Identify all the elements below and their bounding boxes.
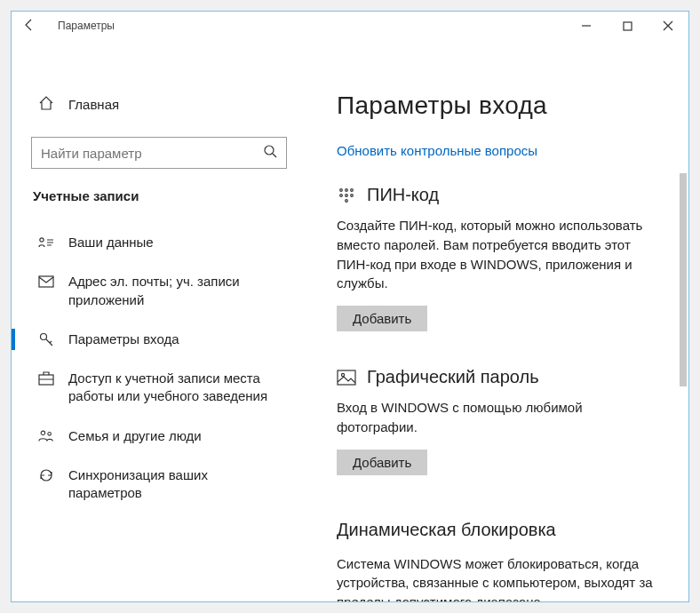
sidebar-item-your-info[interactable]: Ваши данные bbox=[31, 223, 287, 262]
svg-point-7 bbox=[48, 432, 52, 435]
scrollbar-thumb[interactable] bbox=[680, 173, 687, 386]
minimize-button[interactable] bbox=[566, 12, 607, 40]
sidebar-item-label: Адрес эл. почты; уч. записи приложений bbox=[68, 273, 280, 309]
content: Главная Учетные записи Ваши данные bbox=[12, 40, 688, 601]
picture-password-title: Графический пароль bbox=[367, 367, 539, 387]
sidebar-category: Учетные записи bbox=[31, 188, 287, 203]
sidebar-item-work-access[interactable]: Доступ к учетной записи места работы или… bbox=[31, 359, 287, 417]
svg-point-8 bbox=[340, 188, 343, 191]
person-card-icon bbox=[38, 235, 54, 251]
settings-window: Параметры Главная bbox=[11, 11, 689, 602]
sidebar-item-email[interactable]: Адрес эл. почты; уч. записи приложений bbox=[31, 262, 287, 320]
sidebar-item-label: Параметры входа bbox=[68, 330, 179, 348]
window-title: Параметры bbox=[58, 20, 566, 32]
keypad-icon bbox=[337, 186, 356, 205]
svg-point-4 bbox=[41, 333, 47, 339]
pin-title: ПИН-код bbox=[367, 185, 439, 205]
sidebar-item-sync[interactable]: Синхронизация ваших параметров bbox=[31, 456, 287, 513]
search-input[interactable] bbox=[31, 137, 287, 169]
svg-rect-3 bbox=[39, 276, 53, 287]
svg-point-6 bbox=[41, 431, 45, 435]
picture-password-description: Вход в WINDOWS с помощью любимой фотогра… bbox=[337, 398, 664, 437]
dynamic-lock-title: Динамическая блокировка bbox=[337, 520, 664, 540]
sidebar-item-signin-options[interactable]: Параметры входа bbox=[31, 320, 287, 359]
window-controls bbox=[566, 12, 688, 40]
mail-icon bbox=[38, 274, 54, 290]
sidebar: Главная Учетные записи Ваши данные bbox=[12, 40, 306, 601]
svg-rect-0 bbox=[624, 22, 632, 30]
svg-point-9 bbox=[346, 188, 348, 191]
sidebar-item-label: Ваши данные bbox=[68, 234, 154, 251]
sidebar-item-label: Синхронизация ваших параметров bbox=[68, 466, 280, 503]
svg-point-14 bbox=[346, 199, 348, 202]
update-questions-link[interactable]: Обновить контрольные вопросы bbox=[337, 143, 537, 158]
svg-point-16 bbox=[341, 373, 344, 376]
svg-point-1 bbox=[265, 146, 274, 155]
svg-point-2 bbox=[40, 238, 44, 242]
maximize-button[interactable] bbox=[607, 12, 648, 40]
page-title: Параметры входа bbox=[337, 92, 664, 120]
back-button[interactable] bbox=[22, 18, 36, 35]
home-label: Главная bbox=[68, 97, 119, 112]
svg-point-11 bbox=[340, 194, 343, 196]
briefcase-icon bbox=[38, 370, 54, 386]
sidebar-item-label: Семья и другие люди bbox=[68, 427, 202, 445]
pin-description: Создайте ПИН-код, который можно использо… bbox=[337, 216, 664, 293]
sidebar-item-family[interactable]: Семья и другие люди bbox=[31, 417, 287, 456]
people-icon bbox=[38, 428, 54, 444]
search-icon bbox=[263, 144, 277, 162]
picture-password-header: Графический пароль bbox=[337, 367, 664, 387]
nav-list: Ваши данные Адрес эл. почты; уч. записи … bbox=[31, 223, 287, 513]
home-icon bbox=[38, 95, 54, 114]
svg-point-12 bbox=[346, 194, 348, 196]
main-panel: Параметры входа Обновить контрольные воп… bbox=[306, 40, 688, 601]
search-field[interactable] bbox=[41, 146, 263, 161]
picture-icon bbox=[337, 368, 356, 387]
pin-header: ПИН-код bbox=[337, 185, 664, 205]
sync-icon bbox=[38, 467, 54, 483]
close-button[interactable] bbox=[648, 12, 688, 40]
svg-point-13 bbox=[351, 194, 354, 196]
titlebar: Параметры bbox=[12, 12, 688, 40]
key-icon bbox=[38, 331, 54, 347]
svg-rect-15 bbox=[338, 370, 355, 385]
pin-add-button[interactable]: Добавить bbox=[337, 306, 427, 331]
svg-point-10 bbox=[351, 188, 354, 191]
home-button[interactable]: Главная bbox=[31, 92, 287, 117]
sidebar-item-label: Доступ к учетной записи места работы или… bbox=[68, 370, 280, 406]
dynamic-lock-description: Система WINDOWS может блокироваться, ког… bbox=[337, 554, 664, 602]
picture-password-add-button[interactable]: Добавить bbox=[337, 450, 427, 475]
